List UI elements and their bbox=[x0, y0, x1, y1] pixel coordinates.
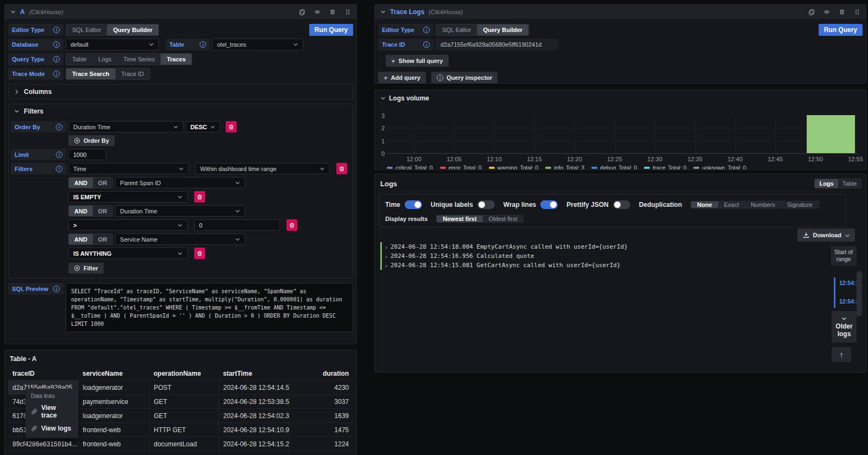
info-icon[interactable]: i bbox=[53, 71, 60, 77]
trash-icon[interactable] bbox=[839, 9, 845, 15]
logs-view-option-logs[interactable]: Logs bbox=[815, 179, 838, 188]
columns-section-toggle[interactable]: Columns bbox=[9, 85, 353, 99]
or-option[interactable]: OR bbox=[93, 206, 113, 216]
run-query-button[interactable]: Run Query bbox=[819, 24, 863, 36]
remove-filter-button[interactable] bbox=[194, 248, 205, 259]
remove-order-by-button[interactable] bbox=[226, 121, 237, 132]
logs-scrollbar[interactable] bbox=[857, 271, 862, 317]
menu-item-view-trace[interactable]: View trace bbox=[25, 401, 78, 422]
run-query-button[interactable]: Run Query bbox=[309, 24, 353, 36]
add-order-by-button[interactable]: Order By bbox=[68, 135, 114, 146]
query-type-option-time-series[interactable]: Time Series bbox=[117, 54, 161, 65]
log-row[interactable]: ›2024-06-28 12:54:18.004 EmptyCartAsync … bbox=[380, 242, 803, 251]
display-results-option-oldest-first[interactable]: Oldest first bbox=[483, 216, 524, 222]
info-icon[interactable]: i bbox=[53, 27, 60, 33]
and-option[interactable]: AND bbox=[69, 234, 93, 244]
dedup-option-none[interactable]: None bbox=[691, 201, 718, 208]
trace-id-link[interactable]: 89cf4286e631591b4... bbox=[8, 437, 78, 451]
display-results-option-newest-first[interactable]: Newest first bbox=[437, 216, 482, 222]
menu-item-view-logs[interactable]: View logs bbox=[25, 422, 78, 435]
query-inspector-button[interactable]: i Query inspector bbox=[431, 72, 497, 84]
info-icon[interactable]: i bbox=[56, 124, 62, 130]
legend-item-trace[interactable]: traceTotal: 0 bbox=[644, 165, 686, 170]
info-icon[interactable]: i bbox=[56, 166, 62, 172]
info-icon[interactable]: i bbox=[53, 41, 60, 48]
collapse-chevron-icon[interactable] bbox=[380, 9, 386, 15]
toggle-time[interactable] bbox=[405, 200, 422, 209]
older-logs-button[interactable]: Older logs bbox=[832, 311, 857, 343]
dedup-option-numbers[interactable]: Numbers bbox=[745, 201, 781, 208]
collapse-chevron-icon[interactable] bbox=[380, 96, 386, 101]
chevron-right-icon[interactable]: › bbox=[385, 262, 387, 269]
remove-filter-button[interactable] bbox=[194, 191, 205, 203]
trace-mode-option-trace-search[interactable]: Trace Search bbox=[66, 68, 116, 79]
eye-icon[interactable] bbox=[824, 9, 830, 15]
collapse-chevron-icon[interactable] bbox=[10, 9, 16, 15]
legend-item-debug[interactable]: debugTotal: 0 bbox=[591, 165, 637, 170]
info-icon[interactable]: i bbox=[423, 27, 430, 33]
query-type-option-traces[interactable]: Traces bbox=[161, 54, 192, 65]
column-header-operationName[interactable]: operationName bbox=[149, 367, 219, 381]
trace-mode-option-trace-id[interactable]: Trace ID bbox=[116, 68, 150, 79]
info-icon[interactable]: i bbox=[53, 56, 60, 62]
column-header-traceID[interactable]: traceID bbox=[8, 367, 78, 381]
and-option[interactable]: AND bbox=[69, 206, 93, 216]
limit-input[interactable]: 1000 bbox=[68, 149, 106, 160]
info-icon[interactable]: i bbox=[56, 151, 62, 158]
filter-field-select[interactable]: Duration Time bbox=[115, 205, 245, 217]
filter-field-select[interactable]: Time bbox=[68, 163, 189, 174]
filter-operator-select[interactable]: IS EMPTY bbox=[68, 191, 188, 203]
add-query-button[interactable]: + Add query bbox=[378, 72, 426, 84]
order-by-direction-select[interactable]: DESC bbox=[186, 121, 220, 132]
legend-item-error[interactable]: errorTotal: 0 bbox=[440, 165, 482, 170]
filters-section-toggle[interactable]: Filters bbox=[9, 104, 353, 118]
filter-operator-select[interactable]: > bbox=[68, 219, 188, 231]
legend-item-critical[interactable]: criticalTotal: 0 bbox=[387, 165, 433, 170]
trace-id-link[interactable]: 9a7af849341886... bbox=[8, 451, 78, 455]
editor-type-option-query-builder[interactable]: Query Builder bbox=[477, 24, 528, 35]
drag-handle-icon[interactable] bbox=[854, 9, 860, 15]
filter-value-input[interactable]: 0 bbox=[194, 219, 280, 231]
log-row[interactable]: ›2024-06-28 12:54:16.956 Calculated quot… bbox=[380, 251, 803, 261]
and-option[interactable]: AND bbox=[69, 178, 93, 188]
editor-type-option-sql-editor[interactable]: SQL Editor bbox=[436, 24, 477, 35]
copy-icon[interactable] bbox=[299, 9, 305, 15]
download-button[interactable]: Download bbox=[797, 229, 855, 242]
trash-icon[interactable] bbox=[329, 9, 336, 15]
legend-item-info[interactable]: infoTotal: 3 bbox=[545, 165, 584, 170]
chevron-right-icon[interactable]: › bbox=[385, 244, 387, 250]
order-by-field-select[interactable]: Duration Time bbox=[68, 121, 183, 132]
column-header-startTime[interactable]: startTime bbox=[219, 367, 289, 381]
column-header-duration[interactable]: duration bbox=[289, 367, 353, 381]
info-icon[interactable]: i bbox=[53, 286, 60, 292]
show-full-query-button[interactable]: + Show full query bbox=[386, 55, 449, 67]
filter-operator-select[interactable]: IS ANYTHING bbox=[68, 248, 188, 259]
logs-volume-chart[interactable]: 12:0012:0512:1012:1512:2012:2512:3012:35… bbox=[387, 116, 858, 154]
or-option[interactable]: OR bbox=[93, 178, 113, 188]
query-type-option-table[interactable]: Table bbox=[66, 54, 92, 65]
drag-handle-icon[interactable] bbox=[344, 9, 351, 15]
bar-info[interactable] bbox=[807, 115, 855, 153]
eye-icon[interactable] bbox=[314, 9, 321, 15]
or-option[interactable]: OR bbox=[93, 234, 113, 244]
trace-id-input[interactable]: d2a7155ef6a928a05680e5ff6190241d bbox=[436, 39, 558, 50]
toggle-prettify-json[interactable] bbox=[613, 200, 630, 209]
legend-item-unknown[interactable]: unknownTotal: 0 bbox=[693, 165, 746, 170]
toggle-wrap-lines[interactable] bbox=[540, 200, 558, 209]
dedup-option-exact[interactable]: Exact bbox=[718, 201, 745, 208]
log-row[interactable]: ›2024-06-28 12:54:15.081 GetCartAsync ca… bbox=[380, 261, 803, 270]
chevron-right-icon[interactable]: › bbox=[385, 253, 387, 260]
scroll-to-top-button[interactable]: ↑ bbox=[832, 347, 851, 362]
filter-field-select[interactable]: Service Name bbox=[115, 233, 245, 245]
editor-type-option-sql-editor[interactable]: SQL Editor bbox=[66, 24, 107, 35]
filter-field-select[interactable]: Parent Span ID bbox=[115, 177, 245, 188]
toggle-unique-labels[interactable] bbox=[477, 200, 495, 209]
table-select[interactable]: otel_traces bbox=[212, 39, 303, 50]
query-type-option-logs[interactable]: Logs bbox=[92, 54, 117, 65]
column-header-serviceName[interactable]: serviceName bbox=[78, 367, 149, 381]
add-filter-button[interactable]: Filter bbox=[68, 263, 104, 274]
info-icon[interactable]: i bbox=[200, 41, 206, 48]
database-select[interactable]: default bbox=[66, 39, 159, 50]
remove-filter-button[interactable] bbox=[336, 163, 347, 174]
editor-type-option-query-builder[interactable]: Query Builder bbox=[107, 24, 158, 35]
